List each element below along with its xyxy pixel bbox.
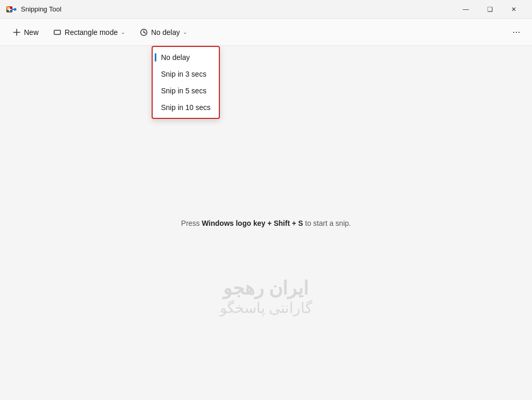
delay-chevron-icon: ⌄: [183, 29, 187, 35]
svg-rect-5: [7, 10, 9, 12]
mode-label: Rectangle mode: [65, 28, 118, 37]
plus-icon: [13, 28, 21, 37]
svg-rect-6: [10, 10, 12, 12]
delay-dropdown-menu: No delaySnip in 3 secsSnip in 5 secsSnip…: [152, 46, 220, 119]
close-button[interactable]: ✕: [502, 0, 526, 19]
dropdown-item-2[interactable]: Snip in 5 secs: [153, 82, 219, 99]
app-icon: [6, 4, 17, 15]
svg-line-12: [144, 32, 145, 33]
more-button[interactable]: ···: [507, 23, 526, 42]
title-bar-controls: — ❑ ✕: [454, 0, 526, 19]
hint-text: Press Windows logo key + Shift + S to st…: [181, 219, 351, 227]
watermark-line1: ایران رهجو: [220, 277, 313, 299]
watermark: ایران رهجو گارانتی پاسخگو: [220, 277, 313, 317]
svg-rect-4: [10, 7, 12, 9]
dropdown-item-1[interactable]: Snip in 3 secs: [153, 66, 219, 82]
dropdown-item-0[interactable]: No delay: [153, 49, 219, 66]
app-title: Snipping Tool: [21, 5, 61, 13]
mode-chevron-icon: ⌄: [121, 29, 125, 35]
maximize-button[interactable]: ❑: [478, 0, 502, 19]
clock-icon: [140, 28, 148, 37]
svg-rect-3: [7, 7, 9, 9]
delay-label: No delay: [151, 28, 180, 37]
watermark-line2: گارانتی پاسخگو: [220, 299, 313, 317]
minimize-button[interactable]: —: [454, 0, 478, 19]
hint-keys: Windows logo key + Shift + S: [202, 219, 303, 227]
main-content: Press Windows logo key + Shift + S to st…: [0, 46, 532, 400]
delay-button[interactable]: No delay ⌄: [133, 23, 193, 42]
toolbar: New Rectangle mode ⌄ No delay ⌄ ···: [0, 19, 532, 46]
svg-rect-9: [54, 30, 60, 34]
svg-point-2: [14, 8, 17, 10]
hint-suffix: to start a snip.: [303, 219, 351, 227]
mode-button[interactable]: Rectangle mode ⌄: [47, 23, 131, 42]
title-bar: Snipping Tool — ❑ ✕: [0, 0, 532, 19]
new-label: New: [24, 28, 39, 37]
new-button[interactable]: New: [6, 23, 45, 42]
title-bar-left: Snipping Tool: [6, 4, 61, 15]
hint-prefix: Press: [181, 219, 202, 227]
rectangle-icon: [53, 28, 61, 37]
dropdown-item-3[interactable]: Snip in 10 secs: [153, 99, 219, 116]
